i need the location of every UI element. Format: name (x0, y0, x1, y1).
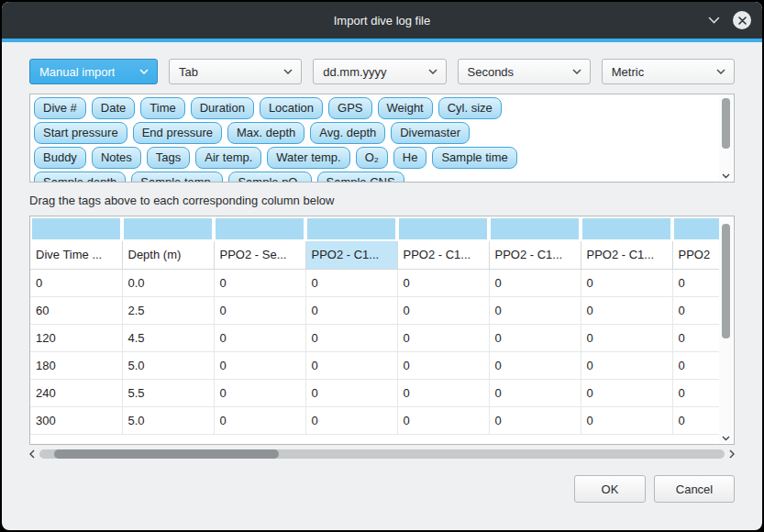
table-cell: 0 (397, 351, 489, 379)
table-cell: 0 (672, 351, 719, 379)
column-header[interactable]: PPO2 - C1... (489, 241, 581, 269)
tag-avg-depth[interactable]: Avg. depth (310, 122, 385, 144)
tag-time[interactable]: Time (140, 97, 184, 119)
table-cell: 0 (489, 379, 581, 406)
tag-sample-po[interactable]: Sample pO₂ (228, 172, 311, 183)
tag-divemaster[interactable]: Divemaster (391, 122, 470, 144)
scroll-down-icon[interactable] (719, 436, 733, 441)
table-cell: 0 (305, 296, 397, 324)
table-body: 00.0000000602.50000001204.50000001805.00… (30, 269, 719, 434)
scrollbar-thumb[interactable] (54, 449, 279, 459)
window-title: Import dive log file (334, 14, 431, 28)
tag-tags[interactable]: Tags (147, 147, 190, 169)
time-format-select[interactable]: Seconds (458, 59, 591, 84)
scroll-right-icon[interactable] (729, 449, 735, 459)
cancel-button[interactable]: Cancel (654, 475, 735, 503)
tag-buddy[interactable]: Buddy (34, 147, 86, 169)
column-drop-target[interactable] (397, 216, 489, 241)
table-scrollbar-horizontal[interactable] (29, 448, 735, 460)
column-drop-target[interactable] (30, 216, 122, 241)
table-cell: 0 (305, 406, 397, 434)
chevron-down-icon (139, 69, 149, 74)
column-drop-target[interactable] (489, 216, 581, 241)
column-header[interactable]: Depth (m) (122, 241, 214, 269)
chevron-down-icon (716, 69, 725, 74)
units-select[interactable]: Metric (602, 59, 735, 84)
table-cell: 5.5 (122, 379, 214, 406)
header-row: Dive Time ...Depth (m)PPO2 - Se...PPO2 -… (30, 241, 719, 269)
date-format-select[interactable]: dd.mm.yyyy (313, 59, 446, 84)
table-cell: 0 (489, 351, 581, 379)
column-drop-target[interactable] (122, 216, 214, 241)
scrollbar-track[interactable] (39, 449, 725, 459)
tag-end-pressure[interactable]: End pressure (133, 122, 222, 144)
close-window-button[interactable] (733, 11, 751, 29)
table-cell: 5.0 (122, 351, 214, 379)
column-header[interactable]: PPO2 - C1... (581, 241, 672, 269)
tag-o[interactable]: O₂ (356, 147, 388, 169)
table-cell: 0 (581, 406, 672, 434)
scrollbar-thumb[interactable] (722, 224, 730, 338)
tag-dive[interactable]: Dive # (34, 97, 86, 119)
ok-button[interactable]: OK (574, 475, 646, 503)
table-cell: 0 (305, 379, 397, 406)
drop-target-fill (124, 218, 212, 239)
tag-start-pressure[interactable]: Start pressure (34, 122, 127, 144)
column-drop-target[interactable] (305, 216, 397, 241)
dialog-buttons: OK Cancel (29, 475, 735, 503)
tag-location[interactable]: Location (260, 97, 323, 119)
column-header[interactable]: Dive Time ... (30, 241, 122, 269)
units-value: Metric (612, 65, 644, 79)
tag-weight[interactable]: Weight (378, 97, 433, 119)
column-drop-target[interactable] (672, 216, 719, 241)
tag-gps[interactable]: GPS (328, 97, 371, 119)
scroll-down-icon[interactable] (719, 173, 733, 179)
tag-sample-cns[interactable]: Sample CNS (317, 172, 404, 183)
field-separator-select[interactable]: Tab (169, 59, 302, 84)
table-cell: 300 (30, 406, 122, 434)
shade-window-icon[interactable] (708, 17, 720, 24)
table-cell: 4.5 (122, 324, 214, 351)
instruction-text: Drag the tags above to each correspondin… (29, 194, 735, 208)
tag-sample-temp[interactable]: Sample temp. (131, 172, 223, 183)
table-cell: 0 (305, 351, 397, 379)
tag-pool-scrollbar[interactable] (719, 95, 733, 181)
tag-notes[interactable]: Notes (92, 147, 141, 169)
scrollbar-thumb[interactable] (722, 98, 730, 149)
column-header[interactable]: PPO2 (672, 241, 719, 269)
column-header[interactable]: PPO2 - Se... (214, 241, 305, 269)
column-drop-target[interactable] (214, 216, 305, 241)
chevron-down-icon (572, 69, 581, 74)
tag-date[interactable]: Date (92, 97, 135, 119)
table-cell: 0 (489, 296, 581, 324)
titlebar[interactable]: Import dive log file (2, 2, 762, 39)
tag-max-depth[interactable]: Max. depth (227, 122, 304, 144)
import-type-select[interactable]: Manual import (29, 59, 158, 84)
column-header[interactable]: PPO2 - C1... (305, 241, 397, 269)
tag-pool: Dive #DateTimeDurationLocationGPSWeightC… (30, 94, 734, 183)
drop-target-fill (399, 218, 487, 239)
table-row: 3005.0000000 (30, 406, 719, 434)
column-drop-target[interactable] (581, 216, 672, 241)
tag-cyl-size[interactable]: Cyl. size (438, 97, 502, 119)
table-cell: 0 (214, 324, 305, 351)
column-header[interactable]: PPO2 - C1... (397, 241, 489, 269)
table-cell: 0 (581, 379, 672, 406)
tag-sample-time[interactable]: Sample time (432, 147, 516, 169)
table-cell: 0 (489, 269, 581, 296)
field-separator-value: Tab (179, 65, 198, 79)
tag-air-temp[interactable]: Air temp. (195, 147, 261, 169)
tag-duration[interactable]: Duration (191, 97, 254, 119)
scroll-left-icon[interactable] (29, 449, 35, 459)
table-cell: 0 (214, 406, 305, 434)
table-scrollbar-vertical[interactable] (719, 217, 733, 443)
table-cell: 0 (397, 296, 489, 324)
tag-water-temp[interactable]: Water temp. (267, 147, 349, 169)
drop-target-fill (307, 218, 395, 239)
tag-sample-depth[interactable]: Sample depth (34, 172, 126, 183)
table-cell: 0 (581, 296, 672, 324)
tag-he[interactable]: He (393, 147, 427, 169)
table-cell: 0 (672, 379, 719, 406)
table-row: 2405.5000000 (30, 379, 719, 406)
time-format-value: Seconds (468, 65, 515, 79)
